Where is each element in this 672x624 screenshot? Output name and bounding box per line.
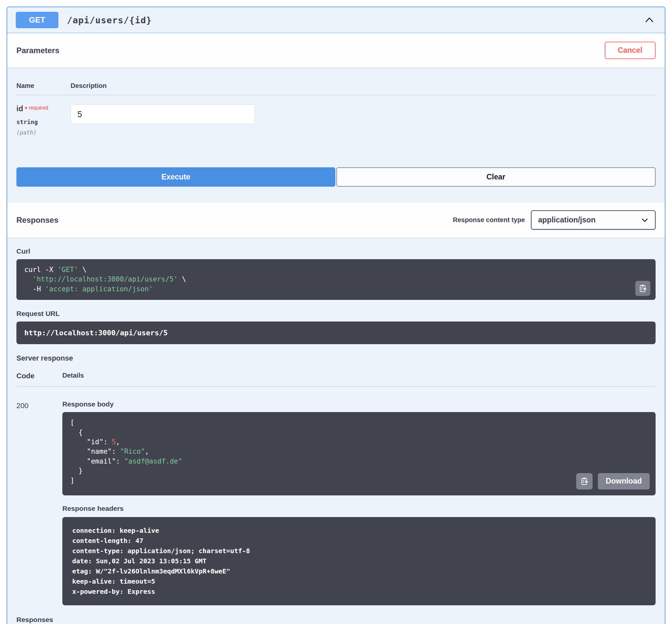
parameter-meta: id*required string (path) <box>17 104 71 136</box>
chevron-up-icon <box>644 17 654 24</box>
curl-token: 'accept: application/json' <box>45 285 153 293</box>
server-response-label: Server response <box>17 354 655 363</box>
endpoint-path: /api/users/{id} <box>67 15 152 25</box>
collapse-button[interactable] <box>643 15 656 26</box>
request-url-label: Request URL <box>17 310 655 318</box>
required-star: * <box>25 105 27 112</box>
parameters-title: Parameters <box>17 46 59 55</box>
json-token: : <box>111 447 120 456</box>
json-token: [ <box>70 419 75 426</box>
parameter-value-cell <box>71 104 255 136</box>
response-content-type-label: Response content type <box>453 216 525 224</box>
responses-title: Responses <box>17 215 58 225</box>
id-parameter-input[interactable] <box>71 104 255 124</box>
required-label: required <box>29 105 48 110</box>
curl-command-block: curl -X 'GET' \ 'http://localhost:3000/a… <box>17 259 655 300</box>
parameters-body: Name Description id*required string (pat… <box>7 68 665 202</box>
responses-section-header: Responses Response content type applicat… <box>7 202 665 237</box>
response-content-type-wrap: Response content type application/json <box>453 210 655 230</box>
execute-button-row: Execute Clear <box>17 167 655 187</box>
download-button[interactable]: Download <box>598 473 650 490</box>
operation-block-get-users-id: GET /api/users/{id} Parameters Cancel Na… <box>6 6 666 624</box>
response-header-line: keep-alive: timeout=5 <box>72 576 646 587</box>
json-token: : <box>103 438 111 446</box>
http-method-badge: GET <box>16 12 58 28</box>
curl-token <box>24 275 32 283</box>
json-token: "asdf@asdf.de" <box>124 457 182 465</box>
request-url-value: http://localhost:3000/api/users/5 <box>24 329 168 337</box>
curl-token: 'GET' <box>57 266 78 274</box>
code-column-header: Code <box>17 372 62 380</box>
parameter-type: string <box>17 119 71 125</box>
json-token: , <box>145 447 149 456</box>
description-column-header: Description <box>71 82 655 89</box>
response-header-line: content-type: application/json; charset=… <box>72 546 646 556</box>
copy-curl-button[interactable] <box>635 281 650 296</box>
curl-label: Curl <box>17 248 30 255</box>
curl-token: curl -X <box>24 266 57 274</box>
json-token: ] <box>70 477 75 485</box>
response-body-label: Response body <box>62 400 113 408</box>
json-token: { <box>70 428 83 436</box>
live-response-row: 200 Response body [ { "id": 5, "name": "… <box>17 400 655 605</box>
parameters-table-header: Name Description <box>17 68 655 95</box>
json-token: "Rico" <box>120 447 145 456</box>
clipboard-copy-icon <box>639 284 647 293</box>
json-token: , <box>116 438 120 446</box>
json-token: 5 <box>111 438 116 446</box>
curl-token: 'http://localhost:3000/api/users/5' <box>32 275 178 283</box>
response-header-line: x-powered-by: Express <box>72 587 646 597</box>
response-body-block: [ { "id": 5, "name": "Rico", "email": "a… <box>62 412 655 495</box>
response-content-type-value: application/json <box>538 215 596 225</box>
server-response-table-header: Code Details <box>17 372 655 387</box>
parameter-name: id <box>17 104 23 113</box>
live-response-details: Response body [ { "id": 5, "name": "Rico… <box>62 400 655 605</box>
responses-doc-title: Responses <box>17 616 655 624</box>
parameters-section-header: Parameters Cancel <box>7 33 665 68</box>
name-column-header: Name <box>17 82 71 89</box>
chevron-down-icon <box>641 218 648 223</box>
responses-body: Curl curl -X 'GET' \ 'http://localhost:3… <box>7 237 665 624</box>
operation-summary-header[interactable]: GET /api/users/{id} <box>7 7 665 33</box>
json-token: "id" <box>70 438 103 446</box>
curl-token: \ <box>78 266 86 274</box>
response-header-line: etag: W/"2f-lv26Olnlnm3eqdMXl6kVpR+8weE" <box>72 566 646 576</box>
response-headers-block: connection: keep-alive content-length: 4… <box>62 517 655 605</box>
parameter-location: (path) <box>17 129 71 136</box>
response-headers-label: Response headers <box>62 504 655 513</box>
response-body-actions: Download <box>576 473 650 490</box>
curl-token: \ <box>178 275 186 283</box>
parameter-row-id: id*required string (path) <box>17 95 655 136</box>
response-content-type-select[interactable]: application/json <box>531 210 655 230</box>
response-header-line: connection: keep-alive <box>72 526 646 536</box>
json-token: } <box>70 467 83 475</box>
clipboard-copy-icon <box>580 477 589 486</box>
json-token: : <box>116 457 124 465</box>
details-column-header: Details <box>62 372 655 380</box>
execute-button[interactable]: Execute <box>17 167 335 187</box>
live-response-code: 200 <box>17 400 62 605</box>
response-header-line: date: Sun,02 Jul 2023 13:05:15 GMT <box>72 556 646 566</box>
request-url-block: http://localhost:3000/api/users/5 <box>17 321 655 344</box>
response-header-line: content-length: 47 <box>72 536 646 546</box>
responses-doc-section: Responses Code Description 200 OK 404 No… <box>17 616 655 624</box>
clear-button[interactable]: Clear <box>336 167 656 187</box>
copy-response-button[interactable] <box>576 473 593 490</box>
curl-token: -H <box>24 285 45 293</box>
json-token: "email" <box>70 457 116 465</box>
cancel-button[interactable]: Cancel <box>605 42 655 59</box>
json-token: "name" <box>70 447 111 456</box>
